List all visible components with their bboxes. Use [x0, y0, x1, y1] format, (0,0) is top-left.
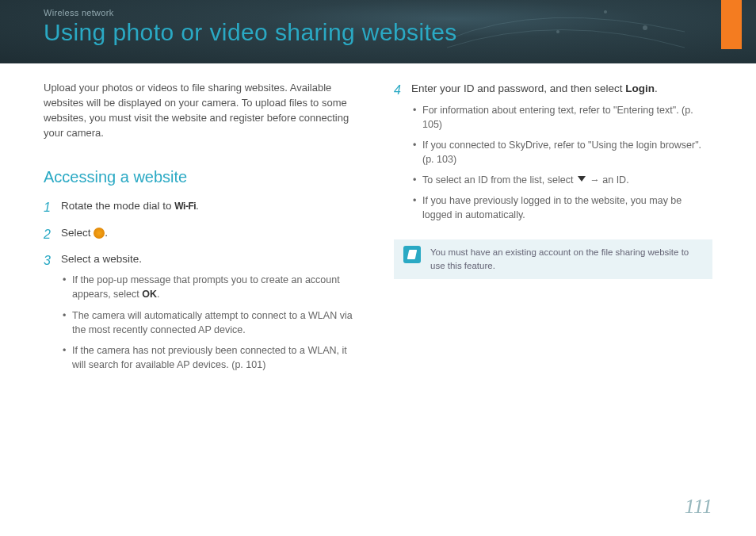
page-number: 111 [685, 495, 712, 519]
step-number: 1 [44, 198, 61, 216]
list-item: If you have previously logged in to the … [411, 193, 712, 222]
step-4-bullets: For information about entering text, ref… [411, 103, 712, 223]
wifi-icon: Wi-Fi [174, 200, 196, 213]
breadcrumb: Wireless network [44, 8, 712, 17]
step-2: 2 Select . [44, 225, 362, 243]
note-text: You must have an existing account on the… [430, 246, 703, 272]
list-item: To select an ID from the list, select → … [411, 173, 712, 187]
bullet-text-end: . [157, 289, 159, 300]
list-item: The camera will automatically attempt to… [61, 308, 362, 337]
step-text: Enter your ID and password, and then sel… [411, 82, 625, 94]
step-text-end: . [105, 227, 108, 239]
right-column: 4 Enter your ID and password, and then s… [394, 81, 712, 386]
share-icon [94, 228, 105, 239]
list-item: If the pop-up message that prompts you t… [61, 273, 362, 301]
step-3-bullets: If the pop-up message that prompts you t… [61, 273, 362, 372]
note-icon [403, 246, 421, 263]
content-area: Upload your photos or videos to file sha… [0, 63, 756, 386]
step-text-end: . [655, 82, 658, 94]
page-header: Wireless network Using photo or video sh… [0, 0, 756, 63]
note-box: You must have an existing account on the… [394, 239, 712, 278]
step-4: 4 Enter your ID and password, and then s… [394, 81, 712, 228]
step-3: 3 Select a website. If the pop-up messag… [44, 251, 362, 378]
list-item: If the camera has not previously been co… [61, 343, 362, 372]
bullet-text: If the pop-up message that prompts you t… [72, 274, 340, 300]
step-text-end: . [196, 200, 199, 212]
dropdown-icon [578, 176, 586, 186]
bullet-text-end: → an ID. [587, 174, 629, 186]
bullet-text: To select an ID from the list, select [422, 174, 576, 186]
step-number: 3 [44, 251, 61, 270]
step-body: Rotate the mode dial to Wi-Fi. [61, 198, 362, 214]
step-body: Select a website. If the pop-up message … [61, 251, 362, 378]
list-item: For information about entering text, ref… [411, 103, 712, 132]
step-text: Select a website. [61, 253, 142, 265]
page-title: Using photo or video sharing websites [44, 19, 712, 46]
step-number: 4 [394, 81, 411, 99]
ok-label: OK [142, 289, 157, 300]
step-number: 2 [44, 225, 61, 243]
list-item: If you connected to SkyDrive, refer to "… [411, 138, 712, 167]
step-body: Enter your ID and password, and then sel… [411, 81, 712, 228]
step-body: Select . [61, 225, 362, 241]
left-column: Upload your photos or videos to file sha… [44, 81, 362, 386]
login-label: Login [625, 82, 655, 94]
step-text: Rotate the mode dial to [61, 200, 174, 212]
step-1: 1 Rotate the mode dial to Wi-Fi. [44, 198, 362, 216]
intro-paragraph: Upload your photos or videos to file sha… [44, 81, 362, 140]
section-title: Accessing a website [44, 166, 362, 189]
step-text: Select [61, 227, 94, 239]
